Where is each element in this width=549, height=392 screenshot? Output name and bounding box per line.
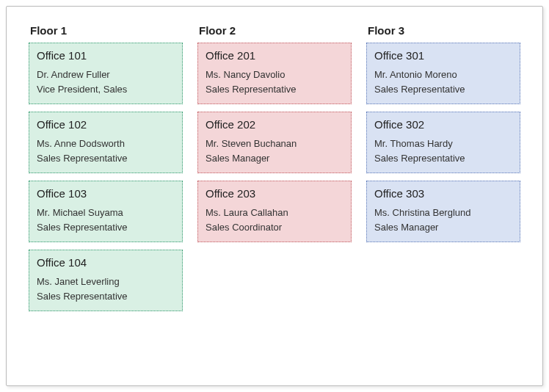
person-role: Sales Representative: [37, 289, 175, 304]
office-name: Office 301: [374, 49, 512, 62]
person-role: Sales Representative: [374, 82, 512, 97]
office-card[interactable]: Office 301 Mr. Antonio Moreno Sales Repr…: [366, 43, 520, 104]
office-card[interactable]: Office 203 Ms. Laura Callahan Sales Coor…: [197, 181, 352, 242]
office-card[interactable]: Office 102 Ms. Anne Dodsworth Sales Repr…: [29, 112, 183, 173]
floor-title: Floor 3: [366, 24, 520, 37]
office-card[interactable]: Office 103 Mr. Michael Suyama Sales Repr…: [29, 181, 183, 242]
floor-title: Floor 2: [197, 24, 352, 37]
office-card[interactable]: Office 202 Mr. Steven Buchanan Sales Man…: [197, 112, 352, 173]
office-card[interactable]: Office 201 Ms. Nancy Davolio Sales Repre…: [197, 43, 352, 104]
person-name: Ms. Laura Callahan: [206, 206, 343, 220]
office-card[interactable]: Office 101 Dr. Andrew Fuller Vice Presid…: [29, 43, 183, 104]
floor-column-3: Floor 3 Office 301 Mr. Antonio Moreno Sa…: [366, 24, 520, 371]
person-name: Dr. Andrew Fuller: [37, 68, 175, 82]
office-name: Office 101: [37, 49, 175, 62]
person-role: Sales Coordinator: [206, 220, 343, 235]
floor-title: Floor 1: [29, 24, 183, 37]
office-name: Office 203: [206, 187, 343, 200]
office-name: Office 103: [37, 187, 175, 200]
office-card[interactable]: Office 104 Ms. Janet Leverling Sales Rep…: [29, 250, 183, 311]
person-name: Ms. Nancy Davolio: [206, 68, 343, 82]
page-frame: Floor 1 Office 101 Dr. Andrew Fuller Vic…: [6, 6, 543, 386]
office-name: Office 303: [374, 187, 512, 200]
person-role: Sales Representative: [374, 151, 512, 166]
office-name: Office 202: [206, 118, 343, 131]
person-name: Mr. Antonio Moreno: [374, 68, 512, 82]
person-role: Sales Manager: [374, 220, 512, 235]
office-card[interactable]: Office 302 Mr. Thomas Hardy Sales Repres…: [366, 112, 520, 173]
person-role: Vice President, Sales: [37, 82, 175, 97]
person-role: Sales Manager: [206, 151, 343, 166]
person-name: Ms. Anne Dodsworth: [37, 137, 175, 151]
person-role: Sales Representative: [37, 151, 175, 166]
office-name: Office 104: [37, 256, 175, 269]
person-name: Mr. Thomas Hardy: [374, 137, 512, 151]
floor-column-1: Floor 1 Office 101 Dr. Andrew Fuller Vic…: [29, 24, 183, 371]
person-name: Ms. Janet Leverling: [37, 275, 175, 289]
person-name: Ms. Christina Berglund: [374, 206, 512, 220]
person-name: Mr. Steven Buchanan: [206, 137, 343, 151]
office-name: Office 102: [37, 118, 175, 131]
office-card[interactable]: Office 303 Ms. Christina Berglund Sales …: [366, 181, 520, 242]
person-role: Sales Representative: [206, 82, 343, 97]
office-name: Office 201: [206, 49, 343, 62]
person-name: Mr. Michael Suyama: [37, 206, 175, 220]
person-role: Sales Representative: [37, 220, 175, 235]
office-name: Office 302: [374, 118, 512, 131]
floor-column-2: Floor 2 Office 201 Ms. Nancy Davolio Sal…: [197, 24, 352, 371]
